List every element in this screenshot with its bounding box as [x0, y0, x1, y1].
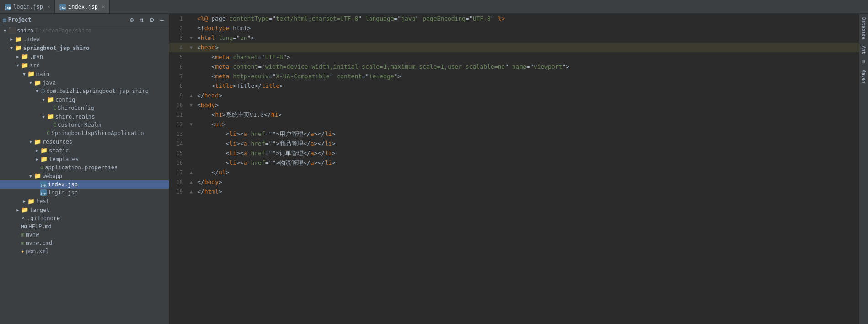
tab-index-jsp[interactable]: jsp index.jsp ✕: [55, 0, 110, 13]
tab-index-jsp-label: index.jsp: [68, 4, 98, 10]
tree-item-app[interactable]: C SpringbootJspShiroApplicatio: [0, 129, 169, 137]
svg-text:jsp: jsp: [60, 6, 66, 10]
add-icon[interactable]: ⊕: [128, 16, 136, 24]
line-code-13: <li><a href="">用户管理</a></li>: [195, 129, 859, 139]
tree-label-resources: resources: [43, 139, 72, 145]
table-row: 15 <li><a href="">订单管理</a></li>: [169, 148, 859, 158]
line-code-10: <body>: [195, 100, 859, 110]
line-num-7: 7: [169, 71, 188, 81]
line-gutter-16: [188, 158, 195, 167]
table-row: 13 <li><a href="">用户管理</a></li>: [169, 129, 859, 139]
line-gutter-1: [188, 14, 195, 23]
tree-arrow-src: [15, 62, 21, 69]
tree-item-shiro-realms[interactable]: 📁 shiro.realms: [0, 112, 169, 121]
line-num-10: 10: [169, 100, 188, 110]
tree-item-src[interactable]: 📁 src: [0, 61, 169, 70]
tab-index-jsp-close[interactable]: ✕: [102, 4, 105, 9]
tree-item-mvnwcmd[interactable]: m mvnw.cmd: [0, 239, 169, 247]
tree-item-mvn[interactable]: 📁 .mvn: [0, 52, 169, 61]
tree-arrow-leaf4: [34, 164, 40, 171]
tree-item-templates[interactable]: 📁 templates: [0, 155, 169, 163]
svg-text:jsp: jsp: [41, 192, 46, 195]
tree-label-java: java: [43, 80, 56, 86]
tree-item-login-jsp[interactable]: jsp login.jsp: [0, 189, 169, 197]
tree-arrow-static: [34, 147, 40, 154]
tree-arrow-leaf2: [47, 122, 53, 128]
java-icon-customer: C: [53, 122, 56, 128]
sync-icon[interactable]: ⇅: [138, 16, 146, 24]
tree-item-resources[interactable]: 📁 resources: [0, 137, 169, 146]
line-num-17: 17: [169, 167, 188, 177]
tree-arrow-leaf5: [34, 181, 40, 188]
tree-item-module[interactable]: 📁 springboot_jsp_shiro: [0, 43, 169, 52]
tree-arrow-leaf3: [40, 130, 47, 136]
right-panel-database[interactable]: Database: [861, 16, 866, 41]
tree-label-src: src: [30, 62, 40, 69]
tree-arrow-leaf10: [15, 240, 21, 246]
line-num-12: 12: [169, 119, 188, 129]
table-row: 5 <meta charset="UTF-8">: [169, 52, 859, 62]
tree-item-idea[interactable]: 📁 .idea: [0, 35, 169, 43]
tree-label-mvn: .mvn: [30, 54, 43, 60]
tree-item-webapp[interactable]: 📁 webapp: [0, 172, 169, 180]
line-num-16: 16: [169, 158, 188, 167]
line-code-15: <li><a href="">订单管理</a></li>: [195, 148, 859, 158]
right-panel-maven[interactable]: Maven: [861, 68, 866, 85]
tab-login-jsp-close[interactable]: ✕: [47, 4, 50, 9]
java-icon-shiroconfig: C: [53, 105, 56, 111]
line-num-8: 8: [169, 81, 188, 91]
tree-arrow-leaf6: [34, 189, 40, 196]
tree-item-pomxml[interactable]: ✦ pom.xml: [0, 247, 169, 255]
line-num-15: 15: [169, 148, 188, 158]
tree-item-target[interactable]: 📁 target: [0, 205, 169, 214]
line-code-9: </head>: [195, 91, 859, 100]
tree-label-shiroconfig: ShiroConfig: [58, 105, 94, 111]
git-icon: ⚬: [21, 215, 26, 221]
line-gutter-8: [188, 81, 195, 91]
editor-area[interactable]: 1 <%@ page contentType="text/html;charse…: [169, 14, 859, 324]
tree-item-gitignore[interactable]: ⚬ .gitignore: [0, 214, 169, 222]
sidebar-header: ▤ Project ⊕ ⇅ ⚙ —: [0, 14, 169, 26]
tree-item-customerrealm[interactable]: C CustomerRealm: [0, 121, 169, 129]
tree-arrow-leaf1: [47, 105, 53, 111]
tree-label-static: static: [49, 147, 69, 154]
tree-arrow-root: [2, 27, 8, 34]
line-code-4: <head>: [195, 43, 859, 52]
tree-item-index-jsp[interactable]: jsp index.jsp: [0, 180, 169, 189]
tree-item-shiro-root[interactable]: ⬛ shiro D:/ideaPage/shiro: [0, 26, 169, 35]
table-row: 9 ▲ </head>: [169, 91, 859, 100]
tree-item-test[interactable]: 📁 test: [0, 197, 169, 205]
tree-arrow-leaf8: [15, 223, 21, 230]
line-gutter-15: [188, 148, 195, 158]
tree-item-static[interactable]: 📁 static: [0, 146, 169, 155]
tree-arrow-leaf11: [15, 248, 21, 254]
tree-arrow-target: [15, 207, 21, 213]
tree-item-main[interactable]: 📁 main: [0, 70, 169, 78]
table-row: 6 <meta content="width=device-width,init…: [169, 62, 859, 71]
table-row: 4 ▼ <head>: [169, 43, 859, 52]
sidebar-title: Project: [8, 16, 32, 23]
project-icon: ▤: [3, 16, 6, 23]
folder-icon-idea: 📁: [15, 36, 22, 43]
tree-item-appprops[interactable]: ⚙ application.properties: [0, 163, 169, 172]
tab-login-jsp[interactable]: jsp login.jsp ✕: [0, 0, 55, 13]
tree-item-shiroconfig[interactable]: C ShiroConfig: [0, 104, 169, 112]
tree-arrow-leaf7: [15, 215, 21, 221]
minimize-icon[interactable]: —: [158, 16, 166, 24]
tree-label-realms: shiro.realms: [55, 113, 95, 120]
table-row: 2 <!doctype html>: [169, 23, 859, 33]
line-gutter-19: ▲: [188, 187, 195, 196]
right-panel-m[interactable]: m: [861, 59, 866, 65]
tree-item-package[interactable]: ⬡ com.baizhi.springboot_jsp_shiro: [0, 87, 169, 95]
tree-item-mvnw[interactable]: m mvnw: [0, 231, 169, 239]
line-gutter-10: ▼: [188, 100, 195, 110]
right-panel-ant[interactable]: Ant: [861, 44, 866, 56]
tree-item-helpmd[interactable]: MD HELP.md: [0, 222, 169, 231]
settings-icon[interactable]: ⚙: [148, 16, 156, 24]
tree-arrow-realms: [40, 113, 47, 120]
tree-item-config[interactable]: 📁 config: [0, 95, 169, 104]
line-code-16: <li><a href="">物流管理</a></li>: [195, 158, 859, 167]
tree-label-customerrealm: CustomerRealm: [58, 122, 101, 128]
tree-arrow-leaf9: [15, 232, 21, 238]
tree-item-java[interactable]: 📁 java: [0, 78, 169, 87]
